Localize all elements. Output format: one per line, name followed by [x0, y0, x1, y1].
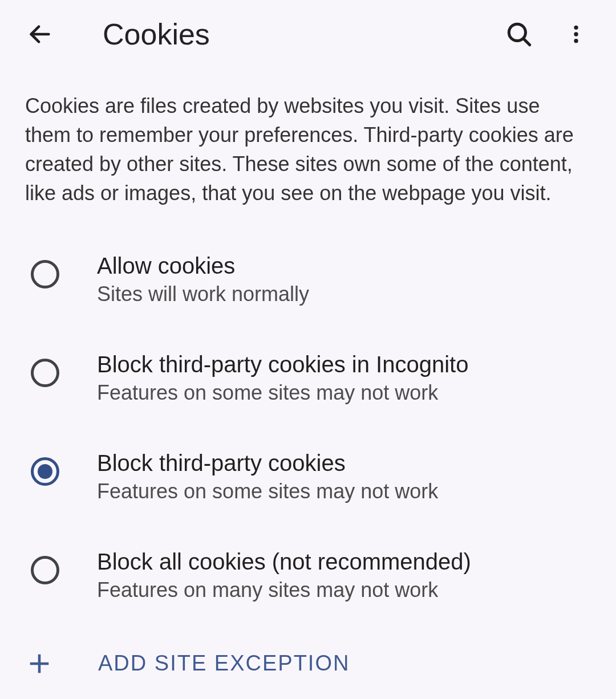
svg-point-4	[574, 32, 578, 36]
option-subtitle: Features on many sites may not work	[97, 578, 471, 602]
page-title: Cookies	[103, 17, 479, 51]
option-block-third-party[interactable]: Block third-party cookies Features on so…	[0, 428, 616, 526]
svg-point-5	[574, 39, 578, 43]
add-site-exception-label: ADD SITE EXCEPTION	[98, 651, 350, 676]
option-allow-cookies[interactable]: Allow cookies Sites will work normally	[0, 230, 616, 329]
arrow-left-icon	[27, 21, 53, 47]
radio-icon	[31, 260, 59, 288]
option-subtitle: Features on some sites may not work	[97, 479, 438, 503]
app-bar: Cookies	[0, 0, 616, 68]
option-block-third-party-incognito[interactable]: Block third-party cookies in Incognito F…	[0, 329, 616, 428]
back-button[interactable]	[23, 17, 57, 51]
option-block-all[interactable]: Block all cookies (not recommended) Feat…	[0, 526, 616, 625]
option-title: Allow cookies	[97, 253, 309, 279]
more-vertical-icon	[565, 23, 587, 46]
description-text: Cookies are files created by websites yo…	[0, 68, 616, 230]
radio-icon	[31, 359, 59, 387]
option-subtitle: Sites will work normally	[97, 282, 309, 306]
add-site-exception-button[interactable]: ADD SITE EXCEPTION	[0, 625, 616, 698]
cookie-options-list: Allow cookies Sites will work normally B…	[0, 230, 616, 625]
option-title: Block third-party cookies in Incognito	[97, 352, 468, 377]
radio-icon	[31, 556, 59, 584]
option-title: Block third-party cookies	[97, 450, 438, 476]
radio-icon	[31, 457, 59, 486]
plus-icon	[27, 652, 51, 676]
search-button[interactable]	[502, 17, 536, 51]
svg-line-2	[524, 39, 530, 45]
option-subtitle: Features on some sites may not work	[97, 381, 468, 405]
option-title: Block all cookies (not recommended)	[97, 549, 471, 575]
search-icon	[505, 20, 533, 48]
overflow-menu-button[interactable]	[559, 17, 593, 51]
svg-point-3	[574, 26, 578, 30]
